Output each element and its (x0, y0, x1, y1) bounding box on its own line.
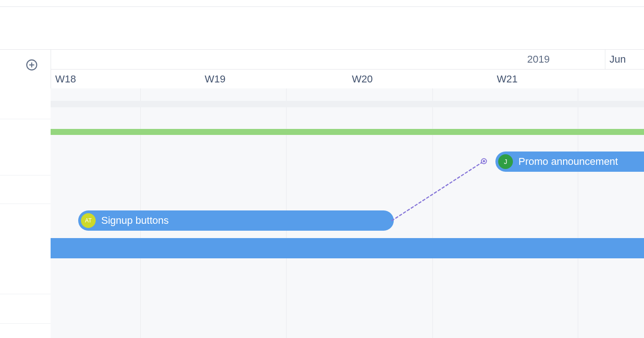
month-divider (605, 50, 605, 69)
avatar-at: AT (81, 213, 96, 228)
year-row: 2019 Jun (51, 50, 644, 70)
svg-point-4 (482, 159, 487, 164)
top-divider (0, 6, 644, 7)
parent-progress-bar-green[interactable] (51, 129, 644, 135)
side-row-divider (0, 119, 51, 119)
year-label: 2019 (527, 50, 550, 69)
side-list-area (0, 88, 51, 338)
svg-point-5 (483, 160, 485, 163)
month-label: Jun (610, 50, 626, 69)
add-button[interactable] (25, 58, 38, 71)
task-bar-signup-buttons[interactable]: AT Signup buttons (78, 210, 394, 231)
task-label: Promo announcement (518, 156, 618, 168)
spacer-row (51, 101, 644, 107)
side-row-divider (0, 175, 51, 175)
header-gutter (0, 50, 51, 89)
plus-circle-icon (26, 59, 38, 71)
weeks-row: W18 W19 W20 W21 (51, 69, 644, 89)
week-col-w18: W18 (55, 69, 76, 89)
timeline-header: 2019 Jun W18 W19 W20 W21 (0, 49, 644, 89)
svg-line-3 (392, 161, 484, 221)
grid-line (432, 88, 433, 338)
grid-line (578, 88, 578, 338)
week-col-w19: W19 (205, 69, 225, 89)
side-row-divider (0, 323, 51, 324)
week-col-w20: W20 (352, 69, 373, 89)
week-col-w21: W21 (497, 69, 518, 89)
side-row-divider (0, 204, 51, 204)
task-bar-full-width[interactable] (51, 238, 644, 258)
side-row-divider (0, 294, 51, 294)
avatar-j: J (498, 154, 513, 169)
task-bar-promo-announcement[interactable]: J Promo announcement (495, 152, 644, 172)
task-label: Signup buttons (101, 215, 169, 227)
timeline-body[interactable]: J Promo announcement AT Signup buttons (51, 88, 644, 338)
